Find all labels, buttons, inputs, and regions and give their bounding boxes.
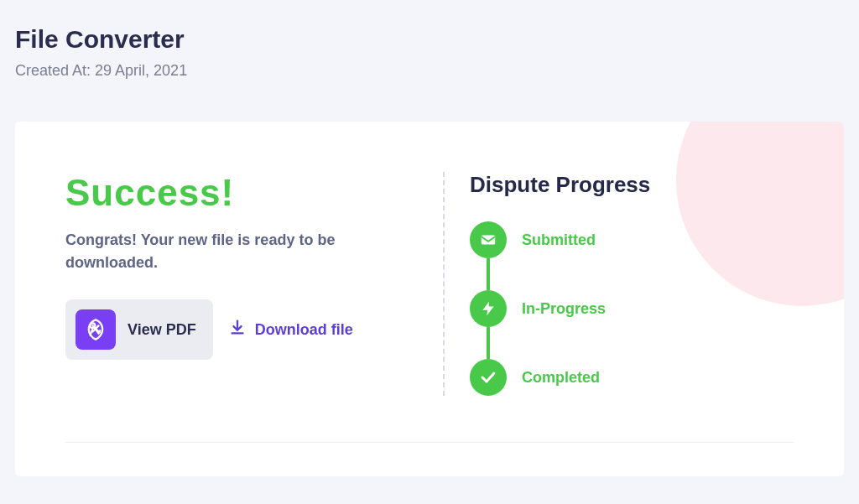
download-file-button[interactable]: Download file <box>228 319 353 340</box>
view-pdf-label: View PDF <box>128 321 196 339</box>
pdf-icon <box>75 309 116 350</box>
page-title: File Converter <box>15 25 844 54</box>
step-connector <box>487 258 490 290</box>
progress-step-submitted: Submitted <box>470 221 794 258</box>
bolt-icon <box>470 290 507 327</box>
action-row: View PDF Download file <box>65 299 393 360</box>
progress-step-completed: Completed <box>470 359 794 396</box>
success-column: Success! Congrats! Your new file is read… <box>65 172 418 396</box>
page-subtitle: Created At: 29 April, 2021 <box>15 62 844 80</box>
progress-title: Dispute Progress <box>470 172 794 198</box>
progress-steps: Submitted In-Progress <box>470 221 794 396</box>
download-file-label: Download file <box>255 321 353 339</box>
result-card: Success! Congrats! Your new file is read… <box>15 122 844 476</box>
view-pdf-button[interactable]: View PDF <box>65 299 213 360</box>
svg-rect-1 <box>482 236 496 245</box>
step-connector <box>487 327 490 359</box>
progress-column: Dispute Progress Submitted <box>470 172 794 396</box>
card-body: Success! Congrats! Your new file is read… <box>65 172 794 396</box>
progress-step-label: Submitted <box>522 231 596 249</box>
progress-step-inprogress: In-Progress <box>470 290 794 327</box>
check-icon <box>470 359 507 396</box>
download-icon <box>228 319 247 340</box>
success-message: Congrats! Your new file is ready to be d… <box>65 229 393 274</box>
success-title: Success! <box>65 172 393 214</box>
vertical-divider <box>443 172 445 396</box>
card-divider <box>65 442 794 443</box>
page-header: File Converter Created At: 29 April, 202… <box>0 0 859 96</box>
progress-step-label: In-Progress <box>522 300 606 318</box>
envelope-icon <box>470 221 507 258</box>
progress-step-label: Completed <box>522 369 600 387</box>
